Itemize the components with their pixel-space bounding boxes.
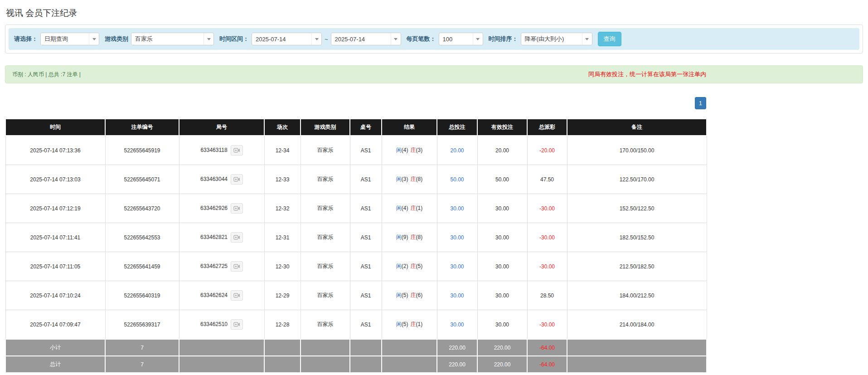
remark-cell: 152.50/122.50 (567, 194, 707, 223)
bet-id-cell: 522655645919 (105, 136, 179, 165)
bet-id-cell: 522655643720 (105, 194, 179, 223)
total-valid-bet: 220.00 (477, 356, 527, 373)
session-cell: 12-32 (264, 194, 301, 223)
time-cell: 2025-07-14 07:11:05 (5, 252, 105, 281)
player-result-label: 闲 (396, 147, 402, 153)
total-bet-link[interactable]: 30.00 (450, 321, 464, 328)
player-result-score: (4) (402, 147, 408, 153)
sort-dropdown[interactable]: 降幂(由大到小) (521, 33, 592, 45)
table-no-cell: AS1 (350, 310, 382, 340)
banker-result-label: 庄 (411, 147, 416, 153)
round-id-value: 633462624 (200, 292, 228, 298)
subtotal-total-bet: 220.00 (437, 339, 477, 356)
round-id-cell: 633462725 (179, 252, 264, 281)
valid-bet-cell: 20.00 (477, 136, 527, 165)
result-cell: 闲(3)庄(8) (382, 165, 437, 194)
payout-cell: -20.00 (527, 136, 567, 165)
player-result-score: (5) (402, 292, 408, 298)
table-row: 2025-07-14 07:13:36 522655645919 6334631… (5, 136, 707, 165)
video-button[interactable] (231, 145, 243, 156)
total-bet-link[interactable]: 30.00 (450, 205, 464, 212)
round-id-cell: 633462510 (179, 310, 264, 340)
result-cell: 闲(5)庄(6) (382, 281, 437, 310)
remark-cell: 212.50/182.50 (567, 252, 707, 281)
round-id-cell: 633462926 (179, 194, 264, 223)
select-type-value: 日期查询 (44, 35, 68, 43)
time-cell: 2025-07-14 07:13:03 (5, 165, 105, 194)
valid-bet-cell: 30.00 (477, 223, 527, 252)
total-bet-link[interactable]: 50.00 (450, 176, 464, 183)
chevron-down-icon (582, 33, 592, 45)
header-round-id: 局号 (179, 119, 264, 136)
film-icon (233, 147, 240, 153)
table-no-cell: AS1 (350, 281, 382, 310)
game-type-label: 游戏类别 (105, 35, 128, 43)
game-type-value: 百家乐 (135, 35, 153, 43)
page-size-label: 每页笔数： (407, 35, 436, 43)
subtotal-label: 小计 (5, 339, 105, 356)
player-result-label: 闲 (396, 234, 402, 240)
banker-result-score: (6) (416, 292, 423, 298)
table-no-cell: AS1 (350, 252, 382, 281)
video-button[interactable] (231, 261, 243, 272)
total-bet-link[interactable]: 30.00 (450, 234, 464, 241)
session-cell: 12-30 (264, 252, 301, 281)
bet-id-cell: 522655639317 (105, 310, 179, 340)
total-bet-link[interactable]: 30.00 (450, 292, 464, 299)
game-type-cell: 百家乐 (301, 165, 350, 194)
round-id-cell: 633463118 (179, 136, 264, 165)
chevron-down-icon (204, 33, 213, 45)
search-button[interactable]: 查询 (598, 32, 621, 46)
video-button[interactable] (231, 319, 243, 330)
video-button[interactable] (231, 232, 243, 243)
banker-result-label: 庄 (411, 321, 416, 327)
remark-cell: 182.50/152.50 (567, 223, 707, 252)
round-id-value: 633462510 (200, 321, 228, 327)
round-id-value: 633462926 (200, 205, 228, 211)
game-type-cell: 百家乐 (301, 223, 350, 252)
date-range-label: 时间区间： (219, 35, 249, 43)
valid-bet-cell: 30.00 (477, 310, 527, 340)
page-button[interactable]: 1 (695, 97, 706, 109)
round-id-value: 633462821 (200, 234, 228, 240)
game-type-cell: 百家乐 (301, 136, 350, 165)
total-row: 总计 7 220.00 220.00 -64.00 (5, 356, 707, 373)
subtotal-count: 7 (105, 339, 179, 356)
result-cell: 闲(4)庄(1) (382, 194, 437, 223)
date-separator: ~ (325, 36, 328, 43)
chevron-down-icon (89, 33, 99, 45)
player-result-label: 闲 (396, 176, 402, 182)
filter-bar: 请选择： 日期查询 游戏类别 百家乐 时间区间： 2025-07-14 ~ 20… (9, 28, 859, 50)
banker-result-score: (3) (416, 147, 423, 153)
banker-result-score: (8) (416, 176, 423, 182)
round-id-value: 633463044 (200, 176, 228, 182)
table-body: 2025-07-14 07:13:36 522655645919 6334631… (5, 136, 707, 339)
total-bet-link[interactable]: 20.00 (450, 147, 464, 154)
select-type-dropdown[interactable]: 日期查询 (40, 33, 99, 45)
date-from-dropdown[interactable]: 2025-07-14 (252, 33, 322, 45)
video-button[interactable] (231, 290, 243, 301)
date-to-dropdown[interactable]: 2025-07-14 (331, 33, 401, 45)
subtotal-valid-bet: 220.00 (477, 339, 527, 356)
total-bet-cell: 30.00 (437, 281, 477, 310)
video-button[interactable] (231, 203, 243, 214)
time-cell: 2025-07-14 07:10:24 (5, 281, 105, 310)
summary-bar: 币别 : 人民币 | 总共 :7 注单 | 同局有效投注，统一计算在该局第一张注… (5, 65, 863, 83)
game-type-cell: 百家乐 (301, 281, 350, 310)
time-cell: 2025-07-14 07:11:41 (5, 223, 105, 252)
currency-summary: 币别 : 人民币 | 总共 :7 注单 | (12, 71, 81, 78)
banker-result-score: (8) (416, 234, 423, 240)
subtotal-row: 小计 7 220.00 220.00 -64.00 (5, 339, 707, 356)
video-button[interactable] (231, 174, 243, 185)
page-size-dropdown[interactable]: 100 (439, 33, 483, 45)
total-bet-cell: 20.00 (437, 136, 477, 165)
game-type-dropdown[interactable]: 百家乐 (131, 33, 214, 45)
total-bet-link[interactable]: 30.00 (450, 263, 464, 270)
film-icon (233, 292, 240, 298)
total-bet-cell: 30.00 (437, 194, 477, 223)
header-payout: 总派彩 (527, 119, 567, 136)
table-header-row: 时间 注单编号 局号 场次 游戏类别 桌号 结果 总投注 有效投注 总派彩 备注 (5, 119, 707, 136)
bet-id-cell: 522655640319 (105, 281, 179, 310)
sort-value: 降幂(由大到小) (525, 35, 564, 43)
table-no-cell: AS1 (350, 223, 382, 252)
